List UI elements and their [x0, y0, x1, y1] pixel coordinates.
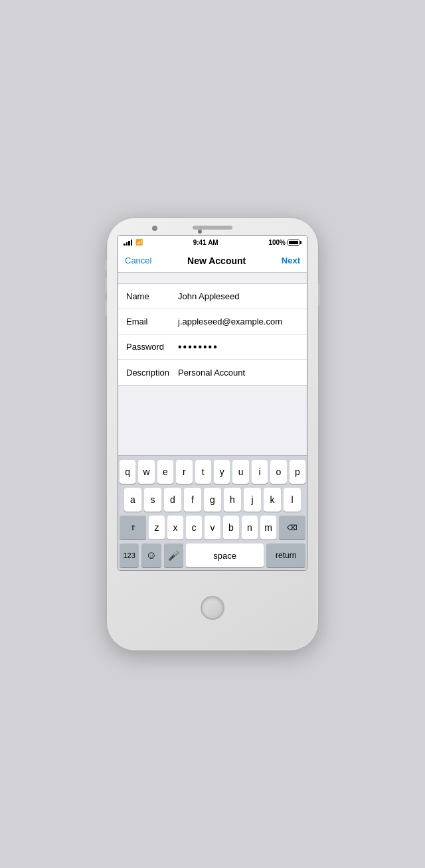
key-b[interactable]: b: [223, 516, 239, 540]
key-h[interactable]: h: [224, 488, 241, 512]
speaker: [193, 226, 232, 230]
key-p[interactable]: p: [290, 460, 305, 484]
battery-icon: [288, 240, 301, 246]
key-u[interactable]: u: [232, 460, 248, 484]
signal-bar-3: [128, 241, 130, 246]
value-password[interactable]: ••••••••: [178, 341, 299, 353]
side-button[interactable]: [318, 284, 320, 305]
key-l[interactable]: l: [284, 488, 301, 512]
key-e[interactable]: e: [157, 460, 173, 484]
content-area: [118, 386, 307, 455]
num-key[interactable]: 123: [120, 543, 139, 567]
volume-down-button[interactable]: [105, 300, 107, 316]
keyboard-row-1: q w e r t y u i o p: [120, 460, 305, 484]
status-right: 100%: [268, 239, 301, 246]
phone-frame: 📶 9:41 AM 100% Cancel New Account Next: [106, 217, 319, 651]
phone-bottom: [201, 571, 224, 650]
form-section: Name John Appleseed Email j.appleseed@ex…: [118, 283, 307, 386]
keyboard-row-4: 123 ☺ 🎤 space return: [120, 543, 305, 567]
form-row-description[interactable]: Description Personal Account: [118, 360, 307, 385]
shift-key[interactable]: ⇧: [120, 516, 146, 540]
key-j[interactable]: j: [244, 488, 261, 512]
form-row-password[interactable]: Password ••••••••: [118, 334, 307, 360]
status-time: 9:41 AM: [193, 239, 218, 246]
signal-bar-2: [126, 242, 128, 246]
space-key[interactable]: space: [186, 543, 264, 567]
return-key[interactable]: return: [266, 543, 305, 567]
value-name[interactable]: John Appleseed: [178, 291, 299, 301]
key-z[interactable]: z: [149, 516, 165, 540]
front-camera: [198, 230, 202, 234]
key-g[interactable]: g: [204, 488, 221, 512]
key-f[interactable]: f: [184, 488, 201, 512]
key-i[interactable]: i: [252, 460, 268, 484]
delete-key[interactable]: ⌫: [279, 516, 305, 540]
phone-top: [107, 218, 318, 230]
key-y[interactable]: y: [214, 460, 230, 484]
key-m[interactable]: m: [260, 516, 276, 540]
key-o[interactable]: o: [270, 460, 286, 484]
label-description: Description: [126, 368, 178, 378]
form-row-name[interactable]: Name John Appleseed: [118, 284, 307, 309]
mic-key[interactable]: 🎤: [164, 543, 183, 567]
key-n[interactable]: n: [242, 516, 258, 540]
mute-button[interactable]: [105, 260, 107, 271]
value-description[interactable]: Personal Account: [178, 368, 299, 378]
form-row-email[interactable]: Email j.appleseed@example.com: [118, 309, 307, 334]
nav-bar: Cancel New Account Next: [118, 249, 307, 273]
key-t[interactable]: t: [195, 460, 211, 484]
battery-fill: [289, 241, 298, 244]
wifi-icon: 📶: [135, 239, 143, 246]
key-w[interactable]: w: [138, 460, 154, 484]
emoji-key[interactable]: ☺: [141, 543, 161, 567]
label-email: Email: [126, 317, 178, 326]
keyboard-row-3: ⇧ z x c v b n m ⌫: [120, 516, 305, 540]
home-button[interactable]: [201, 596, 224, 620]
key-r[interactable]: r: [176, 460, 192, 484]
status-bar: 📶 9:41 AM 100%: [118, 236, 307, 249]
cancel-button[interactable]: Cancel: [125, 255, 151, 265]
keyboard: q w e r t y u i o p a s d f g h j k: [118, 455, 307, 570]
nav-title: New Account: [187, 255, 246, 266]
key-d[interactable]: d: [164, 488, 181, 512]
label-password: Password: [126, 342, 178, 352]
battery-nub: [300, 241, 301, 244]
key-s[interactable]: s: [144, 488, 161, 512]
label-name: Name: [126, 291, 178, 301]
signal-bar-4: [131, 240, 133, 246]
key-q[interactable]: q: [120, 460, 135, 484]
key-v[interactable]: v: [205, 516, 220, 540]
signal-bar-1: [124, 244, 126, 246]
volume-up-button[interactable]: [105, 277, 107, 293]
key-x[interactable]: x: [167, 516, 183, 540]
next-button[interactable]: Next: [282, 255, 300, 265]
rear-camera: [152, 226, 157, 231]
status-left: 📶: [124, 239, 143, 246]
battery-body: [288, 240, 299, 246]
battery-percent: 100%: [268, 239, 286, 246]
signal-bars: [124, 239, 132, 246]
key-c[interactable]: c: [186, 516, 202, 540]
key-k[interactable]: k: [264, 488, 281, 512]
key-a[interactable]: a: [124, 488, 141, 512]
keyboard-row-2: a s d f g h j k l: [120, 488, 305, 512]
section-gap-top: [118, 273, 307, 283]
phone-screen: 📶 9:41 AM 100% Cancel New Account Next: [118, 235, 307, 571]
value-email[interactable]: j.appleseed@example.com: [178, 317, 299, 326]
